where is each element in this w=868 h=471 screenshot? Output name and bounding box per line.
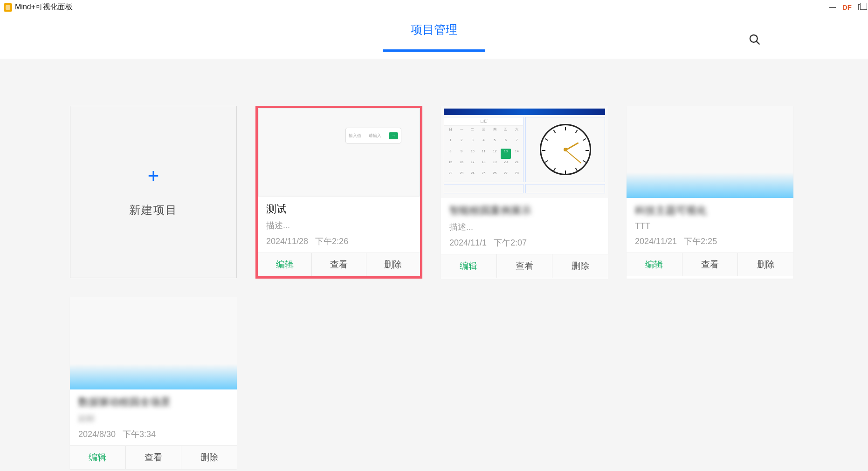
- project-meta: 2024/11/21 下午2:25: [635, 236, 785, 247]
- delete-button[interactable]: 删除: [366, 253, 420, 276]
- delete-button[interactable]: 删除: [737, 253, 793, 276]
- project-grid: + 新建项目 输入值 请输入 → 测试 描述... 2024/11/28 下午2…: [0, 59, 868, 471]
- project-time: 下午2:07: [494, 238, 527, 247]
- project-description: 副标: [78, 413, 228, 424]
- delete-button[interactable]: 删除: [552, 254, 608, 278]
- project-card[interactable]: 日历 日一二三四五六 1234567 891011121314 15161718…: [441, 106, 608, 279]
- project-card[interactable]: 输入值 请输入 → 测试 描述... 2024/11/28 下午2:26 编辑 …: [255, 106, 422, 279]
- project-thumbnail: [627, 106, 793, 198]
- view-button[interactable]: 查看: [496, 254, 552, 278]
- project-date: 2024/8/30: [78, 430, 116, 439]
- app-icon: [4, 3, 12, 12]
- project-time: 下午3:34: [123, 430, 156, 439]
- project-date: 2024/11/1: [449, 238, 487, 247]
- window-title: Mind+可视化面板: [15, 2, 73, 12]
- project-thumbnail: 输入值 请输入 →: [258, 108, 420, 197]
- window-titlebar: Mind+可视化面板 DF: [0, 0, 868, 14]
- project-time: 下午2:25: [684, 237, 717, 246]
- chip-ok-icon: →: [389, 132, 398, 139]
- project-title: 数据驱动校园全场景: [78, 395, 228, 409]
- edit-button[interactable]: 编辑: [258, 253, 311, 276]
- edit-button[interactable]: 编辑: [70, 446, 125, 469]
- project-title: 测试: [266, 202, 412, 216]
- project-card[interactable]: 科技主题可视化 TTT 2024/11/21 下午2:25 编辑 查看 删除: [627, 106, 793, 279]
- chip-placeholder: 请输入: [369, 133, 381, 139]
- project-meta: 2024/11/28 下午2:26: [266, 236, 412, 247]
- delete-button[interactable]: 删除: [181, 446, 237, 469]
- project-thumbnail: [70, 297, 237, 389]
- project-time: 下午2:26: [315, 237, 348, 246]
- project-meta: 2024/11/1 下午2:07: [449, 237, 599, 248]
- project-description: TTT: [635, 221, 785, 231]
- new-project-label: 新建项目: [129, 203, 178, 218]
- view-button[interactable]: 查看: [125, 446, 181, 469]
- chip-label: 输入值: [349, 133, 361, 139]
- edit-button[interactable]: 编辑: [627, 253, 682, 276]
- project-title: 科技主题可视化: [635, 204, 785, 218]
- search-icon[interactable]: [748, 33, 761, 48]
- tab-project-management[interactable]: 项目管理: [383, 22, 485, 52]
- project-meta: 2024/8/30 下午3:34: [78, 429, 228, 440]
- view-button[interactable]: 查看: [682, 253, 738, 276]
- window-minimize-icon[interactable]: [829, 7, 836, 8]
- svg-line-1: [757, 41, 759, 44]
- project-date: 2024/11/28: [266, 237, 308, 246]
- project-thumbnail: 日历 日一二三四五六 1234567 891011121314 15161718…: [441, 106, 608, 198]
- new-project-button[interactable]: + 新建项目: [70, 106, 237, 278]
- project-card[interactable]: 数据驱动校园全场景 副标 2024/8/30 下午3:34 编辑 查看 删除: [70, 297, 237, 469]
- view-button[interactable]: 查看: [311, 253, 365, 276]
- project-title: 智能校园案例展示: [449, 204, 599, 218]
- project-description: 描述...: [266, 220, 412, 231]
- plus-icon: +: [148, 166, 159, 186]
- project-description: 描述...: [449, 221, 599, 232]
- df-logo-label[interactable]: DF: [842, 3, 852, 11]
- app-tabbar: 项目管理: [0, 14, 868, 59]
- project-date: 2024/11/21: [635, 237, 677, 246]
- window-control-buttons: DF: [829, 3, 864, 11]
- edit-button[interactable]: 编辑: [441, 254, 496, 278]
- window-maximize-icon[interactable]: [858, 4, 864, 10]
